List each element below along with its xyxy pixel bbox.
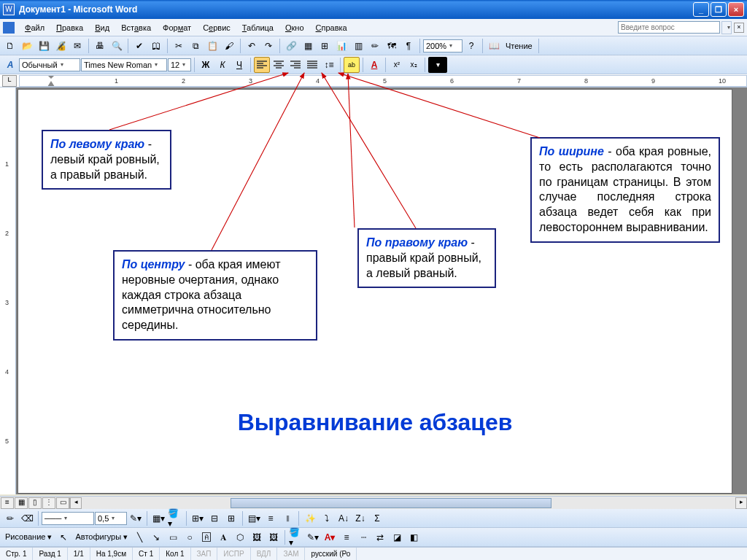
format-painter-icon[interactable]: 🖌 [221, 38, 237, 54]
fill-color2-icon[interactable]: 🪣▾ [288, 529, 304, 545]
vertical-ruler[interactable]: 1 2 3 4 5 [0, 88, 16, 494]
autoshapes-menu[interactable]: Автофигуры ▾ [72, 532, 131, 542]
normal-view-icon[interactable]: ≡ [1, 497, 14, 509]
help-dropdown[interactable]: ▾ [721, 21, 732, 34]
styles-pane-icon[interactable]: A [2, 57, 18, 73]
scroll-left-icon[interactable]: ◂ [70, 497, 82, 509]
menu-insert[interactable]: Вставка [115, 22, 157, 34]
style-combo[interactable]: Обычный▾ [19, 58, 80, 71]
status-ovr[interactable]: ЗАМ [277, 548, 305, 560]
status-rec[interactable]: ЗАП [191, 548, 218, 560]
hyperlink-icon[interactable]: 🔗 [283, 38, 299, 54]
copy-icon[interactable]: ⧉ [187, 38, 204, 54]
arrow-style-icon[interactable]: ⇄ [372, 529, 388, 545]
autosum-icon[interactable]: Σ [369, 510, 385, 526]
align-justify-button[interactable] [304, 57, 320, 73]
spellcheck-icon[interactable]: ✔ [131, 38, 147, 54]
scroll-right-icon[interactable]: ▸ [735, 497, 747, 509]
tables-borders-icon[interactable]: ▦ [300, 38, 316, 54]
subscript-icon[interactable]: x₂ [406, 57, 422, 73]
border-style-combo[interactable]: ───▾ [42, 512, 94, 525]
mail-icon[interactable]: ✉ [69, 38, 85, 54]
horizontal-scrollbar[interactable]: ◂ ▸ [69, 497, 747, 509]
wordart-icon[interactable]: 𝐀 [215, 529, 231, 545]
sort-asc-icon[interactable]: A↓ [336, 510, 352, 526]
superscript-icon[interactable]: x² [389, 57, 405, 73]
font-size-combo[interactable]: 12▾ [168, 58, 191, 71]
cut-icon[interactable]: ✂ [171, 38, 187, 54]
status-lang[interactable]: русский (Ро [305, 548, 357, 560]
border-icon[interactable]: ▦▾ [150, 510, 166, 526]
shadow-icon[interactable]: ◪ [389, 529, 405, 545]
close-button[interactable]: × [728, 2, 744, 17]
print-view-icon[interactable]: ▯ [28, 497, 42, 509]
paste-icon[interactable]: 📋 [204, 38, 220, 54]
menu-help[interactable]: Справка [310, 22, 353, 34]
line-icon[interactable]: ╲ [131, 529, 147, 545]
word-doc-icon[interactable] [3, 22, 15, 34]
insert-table2-icon[interactable]: ⊞▾ [190, 510, 206, 526]
hscroll-thumb[interactable] [231, 498, 551, 508]
menu-edit[interactable]: Правка [50, 22, 89, 34]
read-label[interactable]: Чтение [503, 42, 535, 50]
diagram-icon[interactable]: ⬡ [232, 529, 248, 545]
distribute-cols-icon[interactable]: ⦀ [279, 510, 295, 526]
3d-icon[interactable]: ◧ [406, 529, 422, 545]
menu-tools[interactable]: Сервис [197, 22, 236, 34]
split-cells-icon[interactable]: ⊞ [223, 510, 239, 526]
fill-color-icon[interactable]: 🪣▾ [167, 510, 183, 526]
draw-table-icon[interactable]: ✏ [2, 510, 18, 526]
tab-selector[interactable]: L [2, 75, 17, 87]
print-preview-icon[interactable]: 🔍 [109, 38, 125, 54]
sort-desc-icon[interactable]: Z↓ [352, 510, 368, 526]
menu-window[interactable]: Окно [279, 22, 310, 34]
align-right-button[interactable] [287, 57, 303, 73]
textbox-icon[interactable]: 🄰 [198, 529, 214, 545]
border-width-combo[interactable]: 0,5▾ [95, 512, 127, 525]
drawing-menu[interactable]: Рисование ▾ [2, 532, 55, 542]
picture-icon[interactable]: 🖼 [266, 529, 282, 545]
menu-view[interactable]: Вид [89, 22, 115, 34]
help-search-input[interactable] [618, 21, 720, 34]
select-objects-icon[interactable]: ↖ [55, 529, 71, 545]
border-color-icon[interactable]: ✎▾ [128, 510, 144, 526]
research-icon[interactable]: 🕮 [148, 38, 164, 54]
excel-icon[interactable]: 📊 [333, 38, 349, 54]
reading-view-icon[interactable]: ▭ [56, 497, 69, 509]
columns-icon[interactable]: ▥ [350, 38, 366, 54]
insert-table-icon[interactable]: ⊞ [317, 38, 333, 54]
new-doc-icon[interactable]: 🗋 [2, 38, 18, 54]
menu-file[interactable]: Файл [19, 22, 50, 34]
redo-icon[interactable]: ↷ [260, 38, 276, 54]
clipart-icon[interactable]: 🖼 [249, 529, 265, 545]
autoformat-icon[interactable]: ✨ [302, 510, 318, 526]
align-center-button[interactable] [271, 57, 287, 73]
status-ext[interactable]: ВДЛ [251, 548, 278, 560]
line-style-icon[interactable]: ≡ [338, 529, 355, 545]
drawing-icon[interactable]: ✏ [367, 38, 383, 54]
outline-view-icon[interactable]: ⋮ [42, 497, 55, 509]
line-spacing-icon[interactable]: ↕≡ [321, 57, 337, 73]
text-direction-icon[interactable]: ⤵ [319, 510, 335, 526]
save-icon[interactable]: 💾 [36, 38, 52, 54]
shading-icon[interactable]: ▾ [428, 57, 447, 73]
dash-style-icon[interactable]: ┄ [355, 529, 371, 545]
menubar-close-icon[interactable]: × [734, 23, 744, 33]
highlight-icon[interactable]: ab [344, 57, 360, 73]
horizontal-ruler[interactable]: 1 2 3 4 5 6 7 8 9 10 [19, 75, 747, 87]
print-icon[interactable]: 🖶 [92, 38, 108, 54]
oval-icon[interactable]: ○ [182, 529, 198, 545]
bold-button[interactable]: Ж [198, 57, 214, 73]
showmarks-icon[interactable]: ¶ [400, 38, 417, 54]
merge-cells-icon[interactable]: ⊟ [206, 510, 222, 526]
undo-icon[interactable]: ↶ [244, 38, 260, 54]
rectangle-icon[interactable]: ▭ [165, 529, 181, 545]
align-left-button[interactable] [254, 57, 270, 73]
arrow-icon[interactable]: ↘ [148, 529, 164, 545]
distribute-rows-icon[interactable]: ≡ [263, 510, 279, 526]
font-color-icon[interactable]: A [366, 57, 382, 73]
menu-format[interactable]: Формат [157, 22, 197, 34]
first-line-indent-marker[interactable] [47, 75, 55, 79]
help-icon[interactable]: ? [463, 38, 479, 54]
maximize-button[interactable]: ❐ [711, 2, 727, 17]
